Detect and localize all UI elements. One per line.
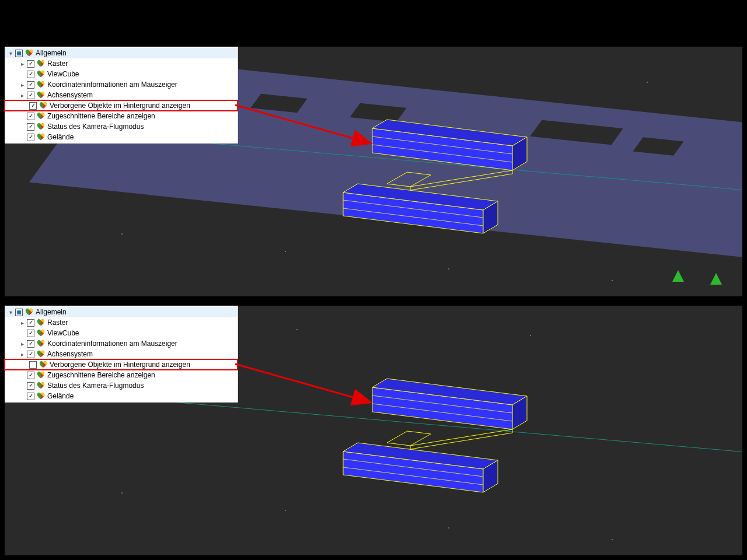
category-icon — [25, 308, 33, 316]
category-icon — [37, 318, 45, 327]
tree-item-row[interactable]: ✓ Verborgene Objekte im Hintergrund anze… — [5, 100, 238, 111]
tree-item-label: Achsensystem — [47, 91, 235, 99]
panel-with-hidden-on: ▾ ■ Allgemein ▸ ✓ Raster ✓ ViewCube ▸ ✓ — [5, 47, 742, 296]
svg-marker-22 — [410, 429, 512, 449]
svg-line-29 — [235, 364, 369, 402]
tree-item-row[interactable]: ✓ Zugeschnittene Bereiche anzeigen — [5, 370, 238, 380]
grid-dot — [121, 233, 123, 235]
tree-item-label: Gelände — [47, 392, 235, 400]
category-icon — [39, 102, 47, 110]
checkbox[interactable]: ✓ — [27, 92, 34, 99]
expander-icon[interactable]: ▾ — [7, 309, 14, 316]
checkbox[interactable]: ✓ — [27, 382, 34, 390]
checkbox[interactable]: ✓ — [27, 372, 34, 379]
checkbox[interactable]: ✓ — [27, 123, 34, 131]
expander-icon[interactable]: ▸ — [19, 340, 26, 347]
checkbox[interactable]: ✓ — [27, 113, 34, 120]
panel-with-hidden-off: ▾ ■ Allgemein ▸ ✓ Raster ✓ ViewCube ▸ ✓ — [5, 306, 742, 555]
checkbox[interactable]: ■ — [15, 309, 23, 316]
tree-item-row[interactable]: ✓ ViewCube — [5, 328, 238, 338]
display-settings-tree-bottom[interactable]: ▾ ■ Allgemein ▸ ✓ Raster ✓ ViewCube ▸ ✓ — [5, 306, 238, 402]
expander-icon[interactable]: ▸ — [19, 351, 26, 358]
category-icon — [37, 382, 45, 390]
tree-item-row[interactable]: ✓ ViewCube — [5, 69, 238, 79]
tree-item-label: Allgemein — [36, 49, 235, 57]
expander-icon[interactable]: ▾ — [7, 50, 14, 57]
grid-dot — [448, 268, 449, 270]
expander-icon[interactable]: ▸ — [19, 81, 26, 88]
checkbox[interactable]: ✓ — [27, 71, 34, 78]
display-settings-tree-top[interactable]: ▾ ■ Allgemein ▸ ✓ Raster ✓ ViewCube ▸ ✓ — [5, 47, 238, 144]
tree-item-row[interactable]: Verborgene Objekte im Hintergrund anzeig… — [5, 359, 238, 370]
grid-dot — [448, 527, 449, 528]
checkbox[interactable]: ✓ — [27, 134, 34, 141]
tree-item-row[interactable]: ✓ Gelände — [5, 132, 238, 142]
tree-item-row[interactable]: ✓ Zugeschnittene Bereiche anzeigen — [5, 111, 238, 121]
tree-root-row[interactable]: ▾ ■ Allgemein — [5, 307, 238, 317]
tree-item-label: ViewCube — [47, 329, 235, 337]
grid-dot — [296, 329, 298, 330]
category-icon — [37, 123, 45, 131]
checkbox[interactable] — [29, 361, 37, 369]
category-icon — [37, 329, 45, 337]
svg-marker-6 — [410, 170, 512, 190]
checkbox[interactable]: ✓ — [27, 340, 34, 348]
category-icon — [37, 70, 45, 78]
tree-item-row[interactable]: ▸ ✓ Raster — [5, 317, 238, 328]
svg-marker-12 — [672, 270, 684, 282]
checkbox[interactable]: ✓ — [27, 393, 34, 400]
category-icon — [37, 392, 45, 400]
grid-dot — [612, 539, 613, 540]
callout-arrow-top — [235, 102, 387, 160]
category-icon — [37, 350, 45, 358]
tree-item-label: Verborgene Objekte im Hintergrund anzeig… — [50, 102, 235, 110]
tree-item-label: Status des Kamera-Flugmodus — [47, 123, 235, 131]
tree-item-label: Zugeschnittene Bereiche anzeigen — [47, 112, 235, 120]
grid-dot — [530, 335, 531, 336]
checkbox[interactable]: ✓ — [29, 102, 37, 110]
callout-arrow-bottom — [235, 361, 387, 419]
category-icon — [37, 80, 45, 89]
expander-icon[interactable]: ▸ — [19, 319, 26, 326]
tree-item-label: Verborgene Objekte im Hintergrund anzeig… — [50, 360, 235, 369]
checkbox[interactable]: ✓ — [27, 60, 34, 68]
tree-item-label: Raster — [47, 60, 235, 68]
checkbox[interactable]: ■ — [15, 50, 23, 57]
category-icon — [37, 112, 45, 120]
grid-dot — [647, 82, 648, 83]
tree-item-row[interactable]: ✓ Status des Kamera-Flugmodus — [5, 380, 238, 391]
checkbox[interactable]: ✓ — [27, 81, 34, 89]
category-icon — [37, 60, 45, 68]
tree-item-row[interactable]: ✓ Status des Kamera-Flugmodus — [5, 121, 238, 132]
tree-item-label: Koordinateninformationen am Mauszeiger — [47, 340, 235, 348]
tree-item-label: Raster — [47, 318, 235, 327]
category-icon — [37, 371, 45, 379]
grid-dot — [612, 280, 613, 281]
svg-line-15 — [235, 105, 369, 143]
tree-item-row[interactable]: ▸ ✓ Koordinateninformationen am Mauszeig… — [5, 79, 238, 90]
grid-dot — [285, 510, 286, 511]
tree-item-row[interactable]: ▸ ✓ Achsensystem — [5, 349, 238, 359]
tree-item-row[interactable]: ▸ ✓ Koordinateninformationen am Mauszeig… — [5, 338, 238, 349]
grid-dot — [121, 492, 123, 494]
expander-icon[interactable]: ▸ — [19, 92, 26, 99]
tree-item-label: Zugeschnittene Bereiche anzeigen — [47, 371, 235, 379]
tree-item-label: ViewCube — [47, 70, 235, 78]
category-icon — [39, 360, 47, 369]
tree-item-label: Status des Kamera-Flugmodus — [47, 382, 235, 390]
svg-marker-13 — [710, 273, 722, 285]
checkbox[interactable]: ✓ — [27, 330, 34, 337]
checkbox[interactable]: ✓ — [27, 319, 34, 327]
checkbox[interactable]: ✓ — [27, 351, 34, 358]
category-icon — [37, 91, 45, 99]
grid-dot — [285, 251, 286, 252]
tree-item-row[interactable]: ▸ ✓ Achsensystem — [5, 90, 238, 100]
expander-icon[interactable]: ▸ — [19, 60, 26, 67]
tree-root-row[interactable]: ▾ ■ Allgemein — [5, 48, 238, 58]
tree-item-label: Achsensystem — [47, 350, 235, 358]
support-markers — [661, 261, 731, 290]
tree-item-row[interactable]: ▸ ✓ Raster — [5, 58, 238, 69]
tree-item-row[interactable]: ✓ Gelände — [5, 391, 238, 401]
tree-item-label: Koordinateninformationen am Mauszeiger — [47, 80, 235, 89]
tree-item-label: Allgemein — [36, 308, 235, 316]
